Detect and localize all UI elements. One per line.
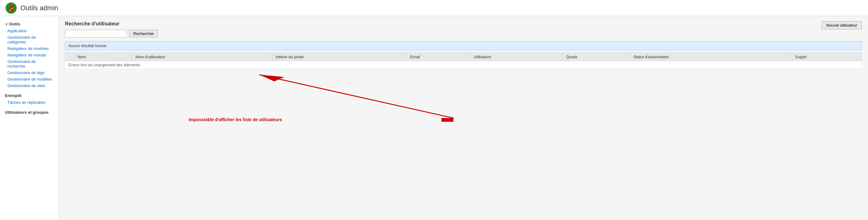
col-nom: Nom — [74, 53, 132, 61]
sidebar-item-categories[interactable]: Gestionnaire de catégories — [0, 34, 58, 45]
col-quota: Quota — [563, 53, 630, 61]
sidebar-item-sites[interactable]: Gestionnaire de sites — [0, 82, 58, 89]
svg-rect-3 — [441, 118, 454, 122]
annotation-container: Impossioble d'afficher les liste de util… — [65, 72, 862, 134]
sidebar-item-modeles[interactable]: Gestionnaire de modèles — [0, 76, 58, 82]
search-bar: Rechercher — [65, 30, 862, 37]
sidebar-section-users: Utilisateurs et groupes — [0, 108, 58, 116]
col-poste: Intitule du poste — [272, 53, 407, 61]
col-utilisation: Utilisation — [471, 53, 563, 61]
app-logo: Outils admin — [5, 2, 58, 14]
col-email: Email — [407, 53, 470, 61]
sidebar-item-application[interactable]: Application — [0, 28, 58, 34]
logo-icon — [5, 2, 17, 14]
annotation-arrow — [65, 72, 862, 134]
sidebar-item-replication[interactable]: Tâches de réplication — [0, 99, 58, 106]
table-header-row: Nom Nom d'utilisateur Intitule du poste … — [65, 53, 862, 61]
sidebar-item-modules[interactable]: Navigateur de modules — [0, 45, 58, 52]
error-cell: Erreur lors du chargement des éléments — [65, 61, 862, 69]
main-content: Nouvel utilisateur Recherche d'utilisate… — [59, 16, 868, 220]
search-section-title: Recherche d'utilisateur — [65, 21, 862, 27]
svg-line-2 — [259, 75, 453, 118]
sidebar-section-outils[interactable]: Outils — [0, 20, 58, 28]
app-header: Outils admin — [0, 0, 868, 16]
results-table: Nom Nom d'utilisateur Intitule du poste … — [65, 53, 862, 69]
no-results-bar: Aucun résultat trouvé. — [65, 41, 862, 50]
main-layout: Outils Application Gestionnaire de catég… — [0, 16, 868, 220]
search-input[interactable] — [65, 30, 127, 37]
sidebar-item-recherche[interactable]: Gestionnaire de recherche — [0, 58, 58, 70]
table-row-error: Erreur lors du chargement des éléments — [65, 61, 862, 69]
sidebar: Outils Application Gestionnaire de catég… — [0, 16, 59, 220]
app-title: Outils admin — [21, 4, 58, 12]
col-statut: Statut d'autorisation — [630, 53, 792, 61]
sidebar-section-entrepot: Entrepôt — [0, 91, 58, 99]
col-suppri: Suppri — [792, 53, 862, 61]
col-username: Nom d'utilisateur — [132, 53, 272, 61]
annotation-label: Impossioble d'afficher les liste de util… — [189, 117, 282, 122]
sidebar-item-tags[interactable]: Gestionnaire de tags — [0, 70, 58, 76]
new-user-button[interactable]: Nouvel utilisateur — [822, 21, 862, 29]
search-button[interactable]: Rechercher — [129, 30, 158, 37]
sidebar-item-noeuds[interactable]: Navigateur de nœuds — [0, 52, 58, 58]
col-checkbox — [65, 53, 74, 61]
